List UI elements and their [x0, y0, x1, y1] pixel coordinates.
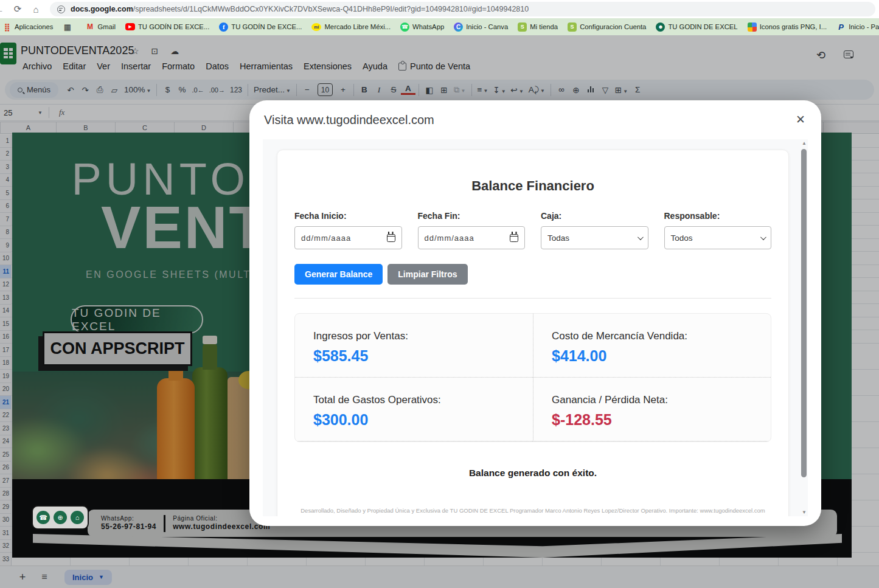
- metric-label: Ingresos por Ventas:: [313, 330, 518, 342]
- bookmark-tu-god-n-de-exce[interactable]: fTU GODÍN De EXCE...: [214, 22, 307, 32]
- metric-label: Ganancia / Pérdida Neta:: [552, 394, 756, 406]
- contact-icons-box: ☎ ⊕ ⌂: [32, 505, 89, 530]
- metric-value: $-128.55: [552, 411, 756, 429]
- bookmark-label: TU GODÍN DE EXCE...: [138, 23, 209, 30]
- chevron-down-icon: [637, 234, 643, 240]
- shopify-icon: S: [518, 22, 527, 32]
- apps-red-icon: ⣿: [2, 22, 12, 32]
- bookmark-label: Mercado Libre Méxi...: [324, 23, 391, 30]
- shopify-icon: S: [568, 22, 577, 32]
- bookmark-iconos-gratis-png-i[interactable]: Iconos gratis PNG, I...: [743, 22, 832, 32]
- divider: [294, 298, 771, 299]
- metric-label: Total de Gastos Operativos:: [313, 394, 518, 406]
- bookmark-inicio-paypal[interactable]: PInicio - PayPal: [832, 22, 879, 32]
- bookmark-label: TU GODIN DE EXCEL: [668, 23, 737, 30]
- metric-label: Costo de Mercancía Vendida:: [552, 330, 756, 342]
- bookmark-mi-tienda[interactable]: SMi tienda: [513, 22, 563, 32]
- phone-icon: ☎: [36, 511, 50, 524]
- caja-label: Caja:: [541, 211, 648, 221]
- bookmark-inicio-canva[interactable]: CInicio - Canva: [449, 22, 513, 32]
- balance-card: Balance Financiero Fecha Inicio: dd/mm/a…: [277, 150, 789, 516]
- caja-select[interactable]: Todas: [541, 226, 648, 249]
- limpiar-filtros-button[interactable]: Limpiar Filtros: [387, 264, 467, 285]
- godin-icon: ☻: [656, 22, 665, 32]
- bookmark-label: Mi tienda: [530, 23, 558, 30]
- dialog-title: Visita www.tugodindeexcel.com: [264, 113, 434, 127]
- paypal-icon: P: [836, 22, 846, 32]
- chevron-down-icon: [760, 234, 766, 240]
- balance-heading: Balance Financiero: [294, 178, 771, 194]
- bookmark-whatsapp[interactable]: ☎WhatsApp: [395, 22, 449, 32]
- bookmark-label: Iconos gratis PNG, I...: [760, 23, 827, 30]
- scrollbar-thumb[interactable]: [801, 149, 807, 477]
- fecha-inicio-label: Fecha Inicio:: [294, 211, 402, 221]
- site-info-icon[interactable]: [57, 5, 65, 13]
- apps-grid-icon: ▦: [63, 22, 72, 32]
- metric-ganancia-p-rdida-neta: Ganancia / Pérdida Neta:$-128.55: [533, 378, 771, 441]
- metric-value: $300.00: [313, 411, 518, 429]
- globe-icon: ⊕: [54, 511, 67, 524]
- fecha-fin-label: Fecha Fin:: [418, 211, 526, 221]
- bookmark-label: TU GODÍN De EXCE...: [231, 23, 302, 30]
- bookmark-label: Gmail: [97, 23, 116, 30]
- scroll-down-icon[interactable]: ▼: [802, 510, 807, 515]
- responsable-select[interactable]: Todos: [664, 226, 772, 249]
- url-bar[interactable]: docs.google.com/spreadsheets/d/1LqCkMWwB…: [50, 2, 875, 16]
- generar-balance-button[interactable]: Generar Balance: [294, 264, 383, 285]
- browser-address-bar: ← ⟳ ⌂ docs.google.com/spreadsheets/d/1Lq…: [0, 0, 879, 18]
- gmail-icon: M: [85, 22, 94, 32]
- disclaimer-text: Desarrollado, Diseñado y Propiedad Única…: [294, 507, 771, 516]
- bookmark-gmail[interactable]: MGmail: [80, 22, 120, 32]
- back-icon[interactable]: ←: [0, 4, 9, 15]
- home-icon[interactable]: ⌂: [27, 4, 45, 15]
- bookmark-mercado-libre-m-xi[interactable]: mlMercado Libre Méxi...: [307, 23, 395, 31]
- icons8-icon: [748, 22, 757, 32]
- url-text: docs.google.com/spreadsheets/d/1LqCkMWwB…: [71, 5, 529, 13]
- bookmark-configuracion-cuenta[interactable]: SConfiguracion Cuenta: [563, 22, 651, 32]
- home-icon: ⌂: [71, 511, 84, 524]
- refresh-icon[interactable]: ⟳: [9, 4, 27, 15]
- metric-costo-de-mercanc-a-vendida: Costo de Mercancía Vendida:$414.00: [533, 314, 771, 378]
- bookmark-label: Aplicaciones: [15, 23, 53, 30]
- bookmark-tu-god-n-de-exce[interactable]: ▶TU GODÍN DE EXCE...: [120, 23, 214, 30]
- metric-value: $414.00: [552, 347, 756, 365]
- whatsapp-icon: ☎: [400, 22, 409, 32]
- calendar-icon[interactable]: [387, 234, 395, 242]
- status-message: Balance generado con éxito.: [294, 468, 771, 479]
- facebook-icon: f: [219, 22, 228, 32]
- bookmark-label: Inicio - Canva: [466, 23, 508, 30]
- bookmark-apps-grid[interactable]: ▦: [58, 22, 77, 32]
- scroll-up-icon[interactable]: ▲: [802, 140, 807, 146]
- close-icon[interactable]: ✕: [796, 112, 805, 126]
- bookmark-tu-godin-de-excel[interactable]: ☻TU GODIN DE EXCEL: [651, 22, 742, 32]
- fecha-inicio-input[interactable]: dd/mm/aaaa: [294, 226, 402, 249]
- calendar-icon[interactable]: [510, 234, 518, 242]
- dialog-body: Balance Financiero Fecha Inicio: dd/mm/a…: [263, 139, 808, 516]
- fecha-fin-input[interactable]: dd/mm/aaaa: [418, 226, 526, 249]
- bookmark-label: Inicio - PayPal: [849, 23, 879, 30]
- metric-value: $585.45: [313, 347, 518, 365]
- bookmark-aplicaciones[interactable]: ⣿Aplicaciones: [0, 22, 58, 32]
- mercadolibre-icon: ml: [311, 23, 321, 31]
- bookmarks-bar: ⣿Aplicaciones▦MGmail▶TU GODÍN DE EXCE...…: [0, 18, 879, 35]
- metric-ingresos-por-ventas: Ingresos por Ventas:$585.45: [295, 314, 533, 378]
- youtube-icon: ▶: [125, 23, 135, 30]
- balance-dialog: Visita www.tugodindeexcel.com ✕ Balance …: [249, 100, 821, 526]
- canva-icon: C: [454, 22, 463, 32]
- responsable-label: Responsable:: [664, 211, 772, 221]
- results-panel: Ingresos por Ventas:$585.45Costo de Merc…: [294, 313, 771, 442]
- bookmark-label: Configuracion Cuenta: [580, 23, 646, 30]
- metric-total-de-gastos-operativos: Total de Gastos Operativos:$300.00: [295, 378, 533, 441]
- bookmark-label: WhatsApp: [412, 23, 444, 30]
